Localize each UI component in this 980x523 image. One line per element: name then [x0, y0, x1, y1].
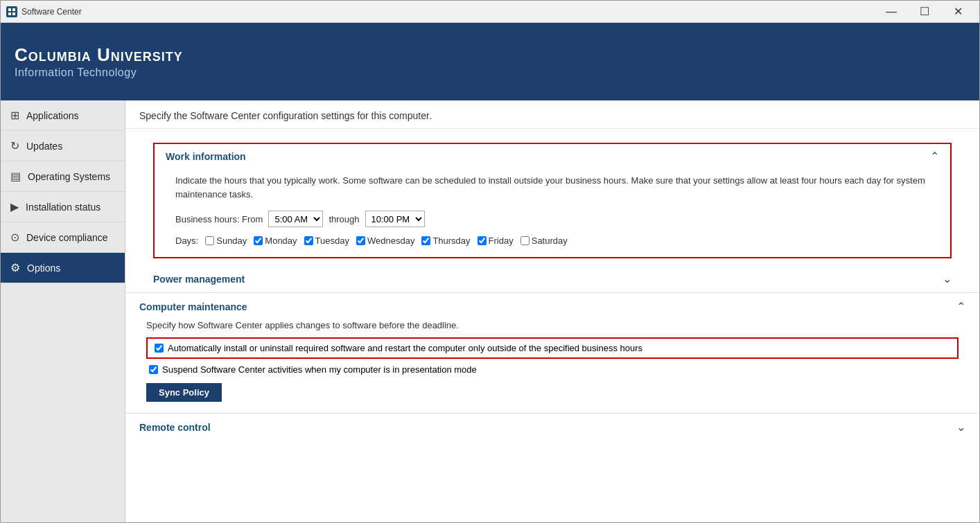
days-row: Days: Sunday Monday Tuesda — [175, 236, 929, 246]
sidebar-item-label-compliance: Device compliance — [26, 232, 108, 243]
content-header-text: Specify the Software Center configuratio… — [139, 110, 432, 121]
suspend-activities-checkbox[interactable] — [149, 365, 158, 374]
remote-control-title: Remote control — [139, 422, 211, 433]
maximize-button[interactable]: ☐ — [909, 1, 940, 23]
day-wednesday[interactable]: Wednesday — [356, 236, 414, 246]
window-controls: — ☐ ✕ — [875, 1, 974, 23]
computer-maintenance-title: Computer maintenance — [139, 301, 247, 312]
power-management-chevron: ⌄ — [943, 272, 952, 285]
computer-maintenance-description: Specify how Software Center applies chan… — [146, 320, 959, 330]
power-management-header[interactable]: Power management ⌄ — [139, 265, 965, 292]
power-management-section: Power management ⌄ — [125, 265, 979, 293]
main-window: Software Center — ☐ ✕ Columbia Universit… — [0, 0, 980, 523]
auto-install-checkbox-row: Automatically install or uninstall requi… — [146, 337, 959, 359]
day-wednesday-label: Wednesday — [367, 236, 414, 246]
days-label: Days: — [175, 236, 198, 246]
sidebar-item-label-applications: Applications — [26, 110, 79, 121]
auto-install-checkbox[interactable] — [155, 344, 164, 353]
checkbox-thursday[interactable] — [421, 236, 430, 245]
content-area: Specify the Software Center configuratio… — [125, 100, 979, 522]
header-title-sub: Information Technology — [15, 67, 183, 79]
checkbox-wednesday[interactable] — [356, 236, 365, 245]
day-monday[interactable]: Monday — [254, 236, 297, 246]
day-thursday[interactable]: Thursday — [421, 236, 470, 246]
sidebar-item-label-updates: Updates — [26, 141, 62, 152]
install-icon: ▶ — [10, 200, 19, 213]
suspend-activities-checkbox-row: Suspend Software Center activities when … — [146, 364, 959, 375]
svg-rect-3 — [12, 12, 15, 15]
header-banner: Columbia University Information Technolo… — [1, 23, 979, 100]
work-info-body: Indicate the hours that you typically wo… — [155, 168, 950, 257]
through-label: through — [329, 214, 359, 224]
day-thursday-label: Thursday — [432, 236, 470, 246]
sidebar: ⊞ Applications ↻ Updates ▤ Operating Sys… — [1, 100, 125, 522]
day-friday[interactable]: Friday — [478, 236, 514, 246]
day-friday-label: Friday — [489, 236, 514, 246]
business-hours-row: Business hours: From 5:00 AM 6:00 AM 7:0… — [175, 211, 929, 227]
sidebar-item-options[interactable]: ⚙ Options — [1, 253, 125, 283]
main-layout: ⊞ Applications ↻ Updates ▤ Operating Sys… — [1, 100, 979, 522]
compliance-icon: ⊙ — [10, 231, 19, 244]
day-monday-label: Monday — [265, 236, 297, 246]
day-tuesday-label: Tuesday — [315, 236, 349, 246]
business-hours-label: Business hours: From — [175, 214, 263, 224]
from-time-select[interactable]: 5:00 AM 6:00 AM 7:00 AM 8:00 AM 9:00 AM — [268, 211, 323, 227]
computer-maintenance-section: Computer maintenance ⌃ Specify how Softw… — [125, 293, 979, 414]
to-time-select[interactable]: 10:00 PM 9:00 PM 11:00 PM — [365, 211, 425, 227]
header-title-main: Columbia University — [15, 44, 183, 66]
app-icon — [6, 6, 17, 17]
work-info-header: Work information ⌃ — [155, 144, 950, 168]
auto-install-label: Automatically install or uninstall requi… — [168, 343, 642, 353]
svg-rect-2 — [8, 12, 11, 15]
sync-policy-button[interactable]: Sync Policy — [146, 383, 222, 402]
day-saturday-label: Saturday — [532, 236, 568, 246]
svg-rect-0 — [8, 8, 11, 11]
content-header: Specify the Software Center configuratio… — [125, 100, 979, 129]
sidebar-item-applications[interactable]: ⊞ Applications — [1, 100, 125, 131]
sidebar-item-label-options: Options — [27, 263, 60, 274]
work-info-wrapper: Work information ⌃ Indicate the hours th… — [125, 129, 979, 258]
sidebar-item-label-os: Operating Systems — [28, 171, 110, 182]
power-management-title: Power management — [153, 274, 245, 285]
minimize-button[interactable]: — — [875, 1, 907, 23]
day-tuesday[interactable]: Tuesday — [304, 236, 349, 246]
computer-maintenance-chevron: ⌃ — [956, 300, 965, 313]
sidebar-item-label-install: Installation status — [26, 202, 100, 213]
computer-maintenance-header[interactable]: Computer maintenance ⌃ — [139, 293, 965, 320]
header-logo: Columbia University Information Technolo… — [15, 44, 183, 78]
checkbox-friday[interactable] — [478, 236, 487, 245]
options-icon: ⚙ — [10, 261, 20, 274]
applications-icon: ⊞ — [10, 109, 19, 122]
close-button[interactable]: ✕ — [942, 1, 974, 23]
day-sunday-label: Sunday — [216, 236, 247, 246]
title-bar: Software Center — ☐ ✕ — [1, 1, 979, 23]
sidebar-item-updates[interactable]: ↻ Updates — [1, 131, 125, 161]
checkbox-tuesday[interactable] — [304, 236, 313, 245]
sidebar-item-installation-status[interactable]: ▶ Installation status — [1, 192, 125, 222]
checkbox-sunday[interactable] — [205, 236, 214, 245]
remote-control-chevron: ⌄ — [956, 420, 965, 434]
day-sunday[interactable]: Sunday — [205, 236, 247, 246]
sidebar-item-device-compliance[interactable]: ⊙ Device compliance — [1, 222, 125, 253]
sidebar-item-operating-systems[interactable]: ▤ Operating Systems — [1, 161, 125, 192]
checkbox-monday[interactable] — [254, 236, 263, 245]
suspend-activities-label: Suspend Software Center activities when … — [162, 364, 477, 375]
updates-icon: ↻ — [10, 139, 19, 152]
window-title: Software Center — [21, 7, 875, 17]
os-icon: ▤ — [10, 170, 21, 183]
computer-maintenance-body: Specify how Software Center applies chan… — [139, 320, 965, 413]
remote-control-header[interactable]: Remote control ⌄ — [139, 414, 965, 441]
svg-rect-1 — [12, 8, 15, 11]
work-info-chevron[interactable]: ⌃ — [930, 150, 939, 163]
checkbox-saturday[interactable] — [520, 236, 530, 245]
work-info-title: Work information — [166, 151, 246, 162]
work-info-description: Indicate the hours that you typically wo… — [175, 174, 929, 201]
remote-control-section: Remote control ⌄ — [125, 414, 979, 441]
work-info-section: Work information ⌃ Indicate the hours th… — [153, 143, 952, 258]
day-saturday[interactable]: Saturday — [520, 236, 568, 246]
